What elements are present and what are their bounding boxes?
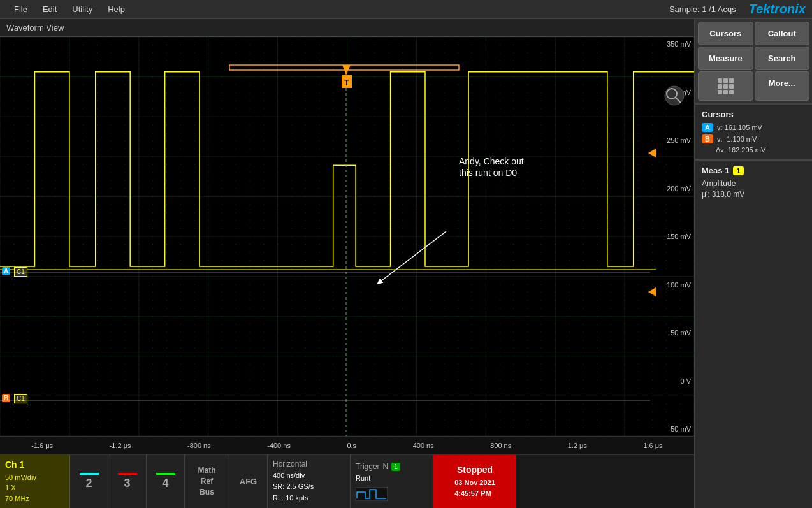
ch2-line bbox=[80, 473, 99, 475]
waveform-header: Waveform View bbox=[0, 19, 694, 37]
math-ref-bus-button[interactable]: Math Ref Bus bbox=[185, 455, 229, 508]
more-button[interactable]: More... bbox=[755, 71, 810, 101]
waveform-area: Waveform View A C1 B C1 350 mV 300 mV 25… bbox=[0, 19, 694, 508]
ch1-info[interactable]: Ch 1 50 mV/div 1 X 70 MHz bbox=[0, 455, 70, 508]
menu-utility[interactable]: Utility bbox=[64, 4, 100, 14]
cursor-b-row: B v: -1.100 mV bbox=[702, 134, 806, 143]
channel-c1-b-badge: C1 bbox=[14, 394, 27, 403]
cursor-b-badge: B bbox=[702, 134, 713, 143]
main-layout: Waveform View A C1 B C1 350 mV 300 mV 25… bbox=[0, 19, 812, 508]
cursor-delta: Δv: 162.205 mV bbox=[702, 146, 806, 154]
svg-rect-15 bbox=[718, 78, 722, 83]
stopped-date: 03 Nov 2021 4:45:57 PM bbox=[454, 477, 495, 498]
meas-badge: 1 bbox=[733, 166, 743, 175]
ref-label: Ref bbox=[201, 476, 213, 487]
waveform-canvas bbox=[0, 37, 694, 436]
trigger-badge: 1 bbox=[391, 463, 400, 471]
cursors-panel-title: Cursors bbox=[702, 110, 806, 119]
ch1-details: 50 mV/div 1 X 70 MHz bbox=[5, 472, 64, 504]
trigger-header: Trigger N 1 bbox=[356, 462, 428, 471]
svg-rect-20 bbox=[729, 84, 734, 89]
status-bar: Ch 1 50 mV/div 1 X 70 MHz 2 3 4 bbox=[0, 454, 694, 508]
measure-button[interactable]: Measure bbox=[698, 47, 753, 70]
apps-icon-button[interactable] bbox=[698, 71, 753, 101]
right-top-buttons: Cursors Callout Measure Search More. bbox=[695, 19, 812, 103]
menu-edit[interactable]: Edit bbox=[35, 4, 64, 14]
meas-value: μ': 318.0 mV bbox=[702, 190, 806, 199]
afg-button[interactable]: AFG bbox=[229, 455, 268, 508]
ch2-button[interactable]: 2 bbox=[70, 455, 108, 508]
time-0: 0.s bbox=[347, 442, 356, 449]
time-axis: -1.6 μs -1.2 μs -800 ns -400 ns 0.s 400 … bbox=[0, 436, 694, 454]
cursor-a-marker bbox=[648, 149, 656, 157]
afg-label: AFG bbox=[240, 477, 257, 486]
time-neg4: -400 ns bbox=[267, 442, 291, 449]
meas-panel: Meas 1 1 Amplitude μ': 318.0 mV bbox=[695, 160, 812, 204]
time-neg8: -800 ns bbox=[187, 442, 211, 449]
sample-info: Sample: 1 /1 Acqs bbox=[669, 4, 736, 14]
cursor-a-badge: A bbox=[702, 123, 713, 132]
meas-title: Meas 1 bbox=[702, 166, 729, 175]
ch3-num: 3 bbox=[124, 477, 130, 490]
time-8: 800 ns bbox=[490, 442, 511, 449]
cursor-a-value: v: 161.105 mV bbox=[717, 124, 762, 131]
svg-rect-22 bbox=[723, 90, 728, 94]
ch4-line bbox=[156, 473, 175, 475]
ch4-num: 4 bbox=[162, 477, 168, 490]
waveform-title: Waveform View bbox=[6, 23, 64, 33]
ch3-button[interactable]: 3 bbox=[108, 455, 147, 508]
horizontal-info[interactable]: Horizontal 400 ns/div SR: 2.5 GS/s RL: 1… bbox=[268, 455, 351, 508]
trigger-title: Trigger bbox=[356, 462, 380, 471]
ch2-num: 2 bbox=[85, 477, 92, 490]
svg-rect-21 bbox=[718, 90, 722, 94]
search-button[interactable]: Search bbox=[755, 47, 810, 70]
time-4: 400 ns bbox=[413, 442, 434, 449]
math-label: Math bbox=[198, 465, 216, 476]
horizontal-title: Horizontal bbox=[273, 460, 345, 468]
menu-file[interactable]: File bbox=[6, 4, 35, 14]
waveform-canvas-container[interactable]: A C1 B C1 350 mV 300 mV 250 mV 200 mV 15… bbox=[0, 37, 694, 436]
bus-label: Bus bbox=[199, 487, 214, 498]
trigger-info[interactable]: Trigger N 1 Runt bbox=[351, 455, 433, 508]
trigger-details: Runt bbox=[356, 473, 428, 484]
svg-rect-23 bbox=[729, 90, 734, 94]
ch4-button[interactable]: 4 bbox=[147, 455, 185, 508]
channel-b-badge: B bbox=[2, 394, 10, 402]
apps-grid-icon bbox=[716, 77, 734, 95]
trigger-n: N bbox=[383, 462, 389, 471]
cursors-panel: Cursors A v: 161.105 mV B v: -1.100 mV Δ… bbox=[695, 105, 812, 159]
right-panel: Cursors Callout Measure Search More. bbox=[694, 19, 812, 508]
svg-rect-17 bbox=[729, 78, 734, 83]
svg-rect-19 bbox=[723, 84, 728, 89]
meas-header: Meas 1 1 bbox=[702, 166, 806, 175]
channel-c1-a-badge: C1 bbox=[14, 267, 27, 277]
svg-rect-16 bbox=[723, 78, 728, 83]
stopped-label: Stopped bbox=[457, 465, 493, 475]
callout-button[interactable]: Callout bbox=[755, 22, 810, 45]
channel-a-badge: A bbox=[2, 267, 10, 275]
time-neg12: -1.2 μs bbox=[110, 442, 131, 449]
svg-rect-18 bbox=[718, 84, 722, 89]
menu-help[interactable]: Help bbox=[100, 4, 133, 14]
cursors-button[interactable]: Cursors bbox=[698, 22, 753, 45]
horizontal-details: 400 ns/div SR: 2.5 GS/s RL: 10 kpts bbox=[273, 470, 345, 504]
cursor-b-value: v: -1.100 mV bbox=[717, 135, 757, 143]
ch3-line bbox=[118, 473, 137, 475]
time-16: 1.6 μs bbox=[643, 442, 662, 449]
tektronix-logo: Tektronix bbox=[749, 2, 806, 17]
time-12: 1.2 μs bbox=[568, 442, 587, 449]
menu-bar: File Edit Utility Help Sample: 1 /1 Acqs… bbox=[0, 0, 812, 19]
trigger-waveform-icon bbox=[356, 487, 388, 501]
cursor-a-row: A v: 161.105 mV bbox=[702, 123, 806, 132]
meas-label: Amplitude bbox=[702, 179, 806, 188]
stopped-button[interactable]: Stopped 03 Nov 2021 4:45:57 PM bbox=[433, 455, 516, 508]
ch1-label: Ch 1 bbox=[5, 460, 64, 470]
cursor-b-marker bbox=[648, 287, 656, 296]
time-neg16: -1.6 μs bbox=[31, 442, 53, 449]
